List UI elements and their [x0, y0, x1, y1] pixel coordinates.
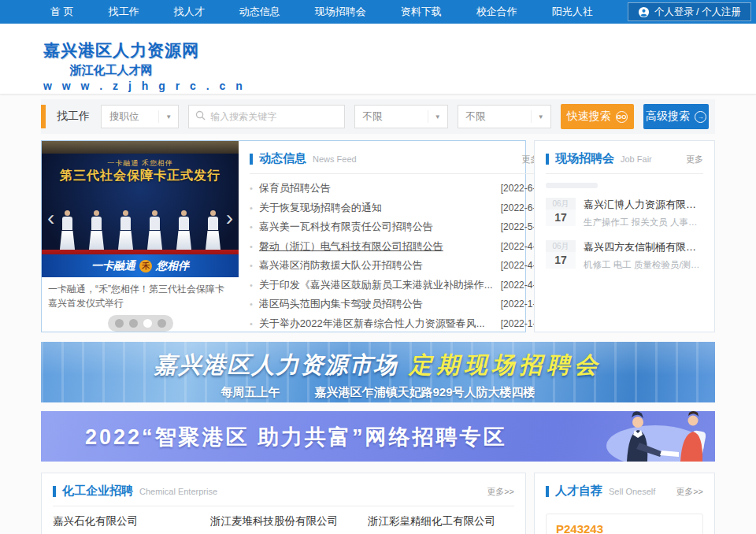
- news-item[interactable]: • 港区码头范围内集卡驾驶员招聘公告 [2022-1-25]: [250, 295, 549, 314]
- carousel-prev-icon[interactable]: ‹: [47, 207, 54, 229]
- chevron-down-icon: ▼: [531, 110, 544, 123]
- news-item[interactable]: • 磐动（浙江）电气科技有限公司招聘公告 [2022-4-29]: [250, 237, 549, 257]
- job-search-bar: 找工作 搜职位 ▼ 不限 ▼ 不限 ▼ 快速搜索 GO 高级搜索 →: [41, 99, 715, 134]
- industry-filter-select[interactable]: 不限 ▼: [458, 105, 551, 128]
- talent-id: P243243: [556, 522, 693, 534]
- job-fair-item[interactable]: 06月 17 嘉兴四方友信制桶有限公司 机修工 电工 质量检验员/测试员 叉车.…: [535, 240, 714, 271]
- chemical-section-subtitle: Chemical Enterprise: [139, 487, 217, 496]
- bullet-icon: •: [250, 280, 253, 290]
- date-badge-day: 17: [546, 252, 576, 269]
- banner2-illustration: [592, 411, 710, 462]
- carousel-news-panel: 一卡融通 禾您相伴 第三代社会保障卡正式发行 一卡融通 禾 您相伴 ‹: [41, 140, 526, 332]
- quick-search-button[interactable]: 快速搜索 GO: [561, 104, 634, 129]
- chemical-company-item[interactable]: 浙江麦堆科技股份有限公司 销售专员 会计 土建主管: [210, 514, 357, 534]
- bullet-icon: •: [250, 203, 253, 213]
- slide-title: 第三代社会保障卡正式发行: [42, 168, 239, 184]
- site-logo[interactable]: 嘉兴港区人力资源网 浙江化工人才网 w w w . z j h g r c . …: [43, 24, 179, 92]
- search-icon: [195, 110, 210, 123]
- blue-bar-icon: [53, 486, 56, 497]
- company-name: 嘉兴石化有限公司: [53, 514, 199, 528]
- chemical-section-title: 化工企业招聘: [62, 484, 133, 499]
- nav-find-talent[interactable]: 找人才: [174, 5, 205, 19]
- nav-home[interactable]: 首 页: [50, 5, 74, 19]
- news-item[interactable]: • 关于恢复现场招聘会的通知 [2022-6-13]: [250, 198, 549, 218]
- job-fair-info: 嘉兴汇博人力资源有限公司 生产操作工 报关文员 人事行政助理...: [584, 198, 703, 228]
- talent-section-title: 人才自荐: [555, 484, 602, 499]
- talent-card[interactable]: P243243 男 ｜ 嘉兴市->嘉兴港区 ｜ 八年以上: [546, 514, 703, 534]
- person-icon: [638, 6, 650, 18]
- chemical-company-item[interactable]: 嘉兴石化有限公司 工艺员 设备管理 警卫（残疾工）: [53, 514, 199, 534]
- market-job-fair-banner[interactable]: 嘉兴港区人力资源市场定期现场招聘会 每周五上午嘉兴港区乍浦镇天妃路929号人防大…: [41, 342, 715, 402]
- job-fair-company: 嘉兴汇博人力资源有限公司: [584, 198, 703, 212]
- chemical-section-header: 化工企业招聘 Chemical Enterprise 更多>>: [42, 473, 525, 506]
- carousel-dot[interactable]: [115, 319, 124, 328]
- job-fair-item[interactable]: 06月 17 嘉兴汇博人力资源有限公司 生产操作工 报关文员 人事行政助理...: [535, 198, 714, 228]
- search-mode-label: 找工作: [57, 109, 90, 124]
- stage-figure: [206, 210, 221, 253]
- news-item-title: 磐动（浙江）电气科技有限公司招聘公告: [259, 239, 493, 254]
- carousel-caption[interactable]: 一卡融通，“禾”您相伴！第三代社会保障卡嘉兴首发仪式举行: [42, 277, 239, 310]
- news-item[interactable]: • 保育员招聘公告 [2022-6-13]: [250, 179, 549, 198]
- news-item-title: 嘉兴港区消防救援大队公开招聘公告: [259, 258, 493, 273]
- bottom-content-row: 化工企业招聘 Chemical Enterprise 更多>> 嘉兴石化有限公司…: [41, 473, 715, 534]
- talent-more-link[interactable]: 更多>>: [676, 486, 703, 498]
- keyword-input[interactable]: [210, 111, 337, 122]
- news-item[interactable]: • 嘉兴美一瓦科技有限责任公司招聘公告 [2022-5-23]: [250, 217, 549, 237]
- slide-ribbon: 一卡融通 禾 您相伴: [42, 254, 239, 277]
- nav-sunshine-hr[interactable]: 阳光人社: [552, 5, 593, 19]
- keyword-search-box: [188, 105, 344, 128]
- region-filter-value: 不限: [363, 110, 383, 124]
- stage-figure: [89, 210, 105, 253]
- nav-find-job[interactable]: 找工作: [109, 5, 139, 19]
- news-item[interactable]: • 关于印发《嘉兴港区鼓励新员工来港就业补助操作... [2022-4-19]: [250, 276, 549, 295]
- nav-job-fair[interactable]: 现场招聘会: [315, 5, 366, 19]
- news-section-title: 动态信息: [259, 151, 306, 166]
- banner1-schedule: 每周五上午: [220, 385, 280, 399]
- news-section-header: 动态信息 News Feed 更多>>: [239, 141, 560, 173]
- slide-ceiling-decor: [42, 141, 239, 154]
- blue-bar-icon: [546, 486, 549, 497]
- news-item-title: 嘉兴美一瓦科技有限责任公司招聘公告: [259, 220, 493, 234]
- ribbon-text-right: 您相伴: [156, 259, 189, 273]
- news-item[interactable]: • 嘉兴港区消防救援大队公开招聘公告 [2022-4-25]: [250, 256, 549, 276]
- job-fair-jobs: 机修工 电工 质量检验员/测试员 叉车...: [584, 259, 703, 271]
- site-name: 嘉兴港区人力资源网: [43, 39, 179, 61]
- talent-section-subtitle: Sell Oneself: [609, 487, 655, 496]
- personal-login-button[interactable]: 个人登录 / 个人注册: [628, 2, 751, 21]
- advanced-search-button[interactable]: 高级搜索 →: [643, 104, 709, 129]
- bullet-icon: •: [250, 184, 253, 193]
- stage-figure: [176, 210, 192, 253]
- site-url: w w w . z j h g r c . c n: [43, 80, 179, 92]
- news-item-title: 保育员招聘公告: [259, 181, 493, 195]
- slide-stage-figures: [42, 210, 239, 253]
- job-fair-more-link[interactable]: 更多: [686, 154, 703, 165]
- job-fair-panel: 现场招聘会 Job Fair 更多 06月 17 嘉兴汇博人力资源有限公司 生产…: [534, 140, 715, 332]
- advanced-search-label: 高级搜索: [646, 109, 690, 124]
- nav-news[interactable]: 动态信息: [239, 5, 280, 19]
- talent-panel: 人才自荐 Sell Oneself 更多>> P243243 男 ｜ 嘉兴市->…: [534, 473, 715, 534]
- carousel-dot[interactable]: [158, 319, 166, 328]
- news-item-title: 港区码头范围内集卡驾驶员招聘公告: [259, 297, 493, 311]
- position-type-value: 搜职位: [109, 110, 139, 124]
- carousel-slide[interactable]: 一卡融通 禾您相伴 第三代社会保障卡正式发行 一卡融通 禾 您相伴 ‹: [42, 141, 239, 277]
- nav-downloads[interactable]: 资料下载: [401, 5, 442, 19]
- divider: [546, 173, 703, 174]
- bullet-icon: •: [250, 242, 253, 251]
- position-type-select[interactable]: 搜职位 ▼: [101, 105, 179, 128]
- carousel-dot-active[interactable]: [143, 319, 152, 328]
- chevron-down-icon: ▼: [158, 110, 172, 123]
- banner1-title-white: 嘉兴港区人力资源市场: [154, 352, 398, 377]
- bullet-icon: •: [250, 261, 253, 270]
- bullet-icon: •: [250, 299, 253, 309]
- job-fair-subtitle: Job Fair: [621, 154, 652, 164]
- chemical-more-link[interactable]: 更多>>: [487, 486, 514, 498]
- news-item[interactable]: • 关于举办2022年港区新春综合性人力资源暨春风... [2022-1-21]: [250, 314, 549, 334]
- nav-school-cooperation[interactable]: 校企合作: [476, 5, 517, 19]
- chemical-company-item[interactable]: 浙江彩皇精细化工有限公司 普工（制造科） 营业担当: [368, 514, 514, 534]
- carousel-dot[interactable]: [129, 319, 138, 328]
- online-recruitment-banner[interactable]: 2022“智聚港区 助力共富”网络招聘专区: [41, 411, 715, 462]
- carousel-next-icon[interactable]: ›: [226, 207, 233, 229]
- region-filter-select[interactable]: 不限 ▼: [354, 105, 448, 128]
- chevron-down-icon: ▼: [428, 110, 441, 123]
- orange-accent-bar: [41, 105, 46, 128]
